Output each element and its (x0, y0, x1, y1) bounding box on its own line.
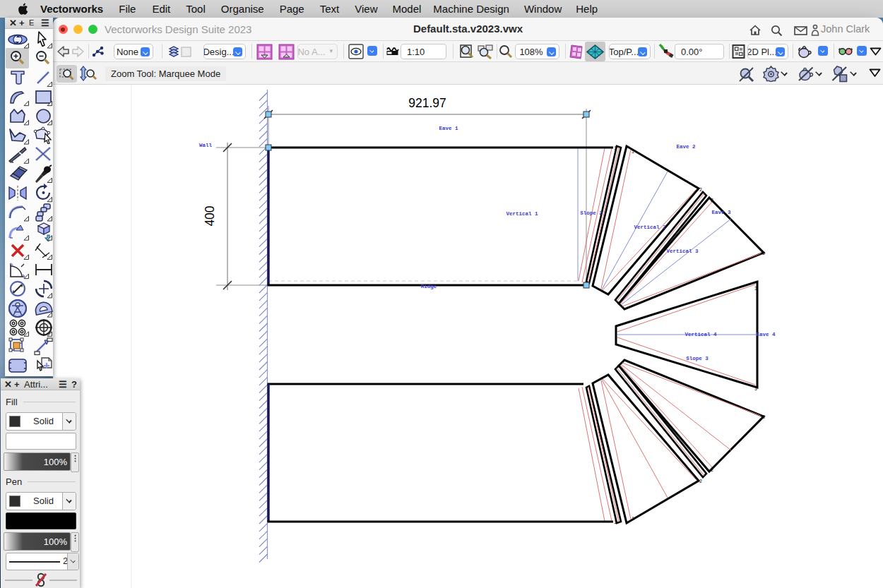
svg-text:Eave 2: Eave 2 (676, 144, 696, 150)
svg-text:2: 2 (711, 468, 713, 473)
svg-text:Wall: Wall (199, 143, 213, 148)
svg-text:Vertical 2: Vertical 2 (634, 224, 666, 230)
svg-text:Slope 2: Slope 2 (580, 210, 603, 216)
svg-text:3: 3 (754, 287, 757, 292)
svg-text:400: 400 (203, 205, 217, 226)
svg-text:1: 1 (614, 520, 617, 525)
svg-text:Vertical 1: Vertical 1 (506, 211, 538, 217)
svg-text:2: 2 (699, 479, 702, 484)
svg-text:2: 2 (711, 198, 713, 203)
svg-text:3: 3 (762, 251, 765, 256)
svg-text:Ridge: Ridge (421, 284, 437, 289)
svg-text:Slope 3: Slope 3 (686, 356, 709, 361)
svg-text:2: 2 (699, 188, 702, 193)
svg-text:3: 3 (754, 387, 757, 392)
svg-text:921.97: 921.97 (408, 96, 446, 110)
svg-text:Eave 4: Eave 4 (756, 332, 776, 337)
svg-text:1: 1 (614, 146, 617, 151)
svg-text:1: 1 (632, 150, 634, 155)
svg-text:Eave 1: Eave 1 (439, 126, 458, 131)
svg-text:Vertical 4: Vertical 4 (685, 332, 717, 337)
svg-text:3: 3 (762, 415, 765, 420)
svg-text:Vertical 3: Vertical 3 (666, 248, 699, 254)
svg-text:Eave 3: Eave 3 (711, 210, 731, 215)
svg-text:1: 1 (632, 517, 634, 522)
